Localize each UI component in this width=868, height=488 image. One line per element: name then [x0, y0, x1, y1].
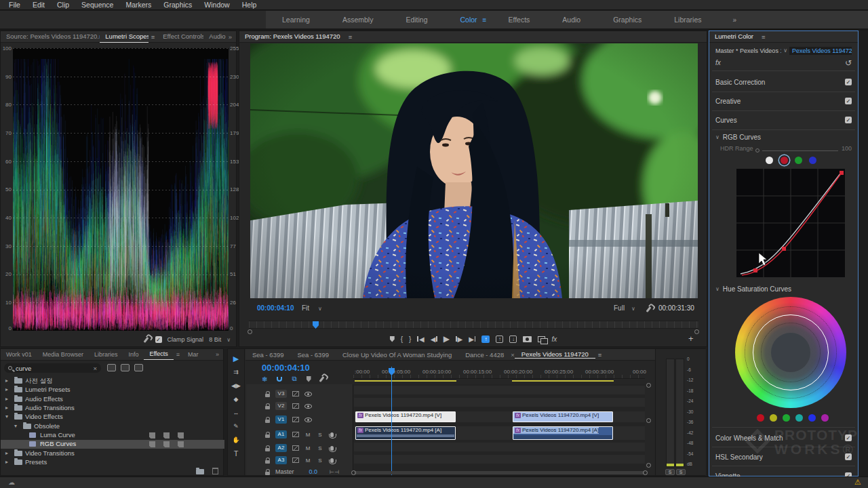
settings-wrench-icon[interactable]: [646, 306, 652, 312]
master-level-value[interactable]: 0.0: [309, 468, 318, 475]
lock-icon[interactable]: [265, 394, 270, 397]
meter-solo-right[interactable]: S: [676, 469, 686, 475]
chevron-down-icon[interactable]: ∨: [226, 337, 231, 343]
track-target-v2[interactable]: V2: [275, 402, 287, 410]
chevron-down-icon[interactable]: ∨: [715, 134, 719, 140]
tab-info[interactable]: Info: [123, 350, 144, 360]
snap-magnet-icon[interactable]: [277, 377, 282, 382]
sync-lock-icon[interactable]: [292, 458, 299, 463]
search-value[interactable]: curve: [16, 365, 31, 372]
expand-arrow-icon[interactable]: ▸: [5, 378, 8, 384]
filter-accelerated-icon[interactable]: [107, 364, 116, 371]
video-clip-2[interactable]: fxPexels Videos 1194720.mp4 [V]: [513, 411, 613, 422]
workspace-tab-assembly[interactable]: Assembly: [326, 16, 390, 24]
fx-overlay-icon[interactable]: fx: [551, 336, 557, 343]
section-checkbox[interactable]: [845, 117, 852, 123]
menu-markers[interactable]: Markers: [119, 1, 157, 9]
workspace-tab-graphics[interactable]: Graphics: [597, 16, 658, 24]
video-clip-1[interactable]: fxPexels Videos 1194720.mp4 [V]: [355, 411, 456, 422]
tab-audio[interactable]: Audio: [203, 31, 228, 42]
hue-sat-curves-header[interactable]: ∨ Hue Saturation Curves: [709, 283, 858, 294]
swatch-magenta[interactable]: [821, 414, 829, 422]
menu-edit[interactable]: Edit: [26, 1, 51, 9]
panel-menu-icon[interactable]: ≡: [595, 351, 605, 359]
section-checkbox[interactable]: [845, 453, 852, 460]
reset-effects-icon[interactable]: ↺: [845, 58, 852, 68]
workspace-tab-libraries[interactable]: Libraries: [658, 16, 717, 24]
section-creative[interactable]: Creative: [709, 92, 858, 110]
hdr-range-slider-track[interactable]: [762, 150, 838, 151]
extract-icon[interactable]: ↓: [509, 336, 517, 343]
curve-point[interactable]: [782, 247, 786, 251]
lock-icon[interactable]: [265, 420, 270, 423]
mute-button[interactable]: M: [304, 432, 311, 438]
go-to-out-icon[interactable]: ▶: [469, 336, 475, 343]
rgb-curves-header[interactable]: ∨ RGB Curves: [709, 131, 858, 142]
solo-button[interactable]: S: [317, 445, 323, 451]
play-icon[interactable]: ▶: [443, 334, 450, 344]
export-frame-icon[interactable]: [523, 336, 532, 342]
tree-item-video-effects[interactable]: ▾ Video Effects: [1, 413, 224, 422]
mark-in-icon[interactable]: {: [401, 336, 403, 343]
warning-icon[interactable]: ⚠: [854, 478, 861, 487]
filter-yuv-icon[interactable]: [134, 364, 143, 371]
lock-icon[interactable]: [265, 472, 270, 475]
tree-item-lumetri-presets[interactable]: ▸ Lumetri Presets: [1, 386, 224, 394]
lift-icon[interactable]: ↑: [496, 336, 503, 343]
program-title[interactable]: Program: Pexels Videos 1194720: [239, 31, 346, 42]
tree-item-audio-effects[interactable]: ▸ Audio Effects: [1, 395, 224, 404]
section-basic-correction[interactable]: Basic Correction: [709, 73, 858, 91]
workspace-tab-editing[interactable]: Editing: [389, 16, 443, 24]
track-target-a3[interactable]: A3: [275, 456, 287, 464]
tree-item-rgb-curves[interactable]: RGB Curves: [1, 440, 224, 449]
mute-button[interactable]: M: [304, 445, 311, 451]
lock-icon[interactable]: [265, 434, 270, 438]
zoom-handle-left[interactable]: [248, 329, 252, 334]
swatch-green[interactable]: [783, 414, 790, 422]
lumetri-title[interactable]: Lumetri Color: [709, 31, 759, 42]
track-output-eye-icon[interactable]: [304, 418, 312, 422]
chevron-down-icon[interactable]: ∨: [318, 306, 322, 312]
sync-lock-icon[interactable]: [292, 417, 299, 422]
tab-lumetri-scopes[interactable]: Lumetri Scopes: [100, 31, 148, 43]
workspace-menu-icon[interactable]: ≡: [483, 16, 487, 24]
audio-clip-2[interactable]: fxPexels Videos 1194720.mp4 [A]: [513, 426, 613, 440]
program-timecode[interactable]: 00:00:04:10: [257, 304, 294, 312]
time-ruler[interactable]: :00:00 00:00:05:00 00:00:10:00 00:00:15:…: [353, 367, 645, 379]
timeline-playhead[interactable]: [391, 367, 392, 475]
bit-depth-select[interactable]: 8 Bit: [209, 336, 221, 343]
export-icon[interactable]: ↑: [481, 336, 490, 343]
clear-search-icon[interactable]: ×: [93, 365, 97, 372]
settings-wrench-icon[interactable]: [143, 337, 149, 343]
program-scrubber[interactable]: [249, 321, 698, 329]
add-marker-icon[interactable]: [390, 336, 395, 342]
section-checkbox[interactable]: [845, 79, 852, 85]
delete-icon[interactable]: [212, 468, 218, 474]
zoom-handle-left[interactable]: [351, 470, 356, 475]
workspace-overflow-icon[interactable]: »: [733, 16, 737, 24]
sequence-tab-active[interactable]: Pexels Videos 1194720: [515, 350, 595, 359]
tab-markers[interactable]: Mar: [182, 350, 204, 360]
expand-arrow-icon[interactable]: ▸: [5, 386, 8, 392]
channel-master-dot[interactable]: [766, 157, 773, 164]
rgb-curve-editor[interactable]: [736, 169, 845, 277]
expand-arrow-icon[interactable]: ▸: [5, 459, 8, 465]
track-select-tool[interactable]: ⇉: [231, 368, 241, 377]
tab-source-clip[interactable]: Source: Pexels Videos 1194720.mp4: [1, 31, 100, 42]
effects-search-input[interactable]: curve ×: [4, 363, 101, 373]
new-bin-icon[interactable]: [196, 469, 204, 474]
track-lane-v2[interactable]: [354, 398, 645, 407]
panel-menu-icon[interactable]: ≡: [759, 33, 768, 41]
workspace-tab-learning[interactable]: Learning: [266, 16, 326, 24]
track-target-v1[interactable]: V1: [275, 415, 287, 424]
tab-effects[interactable]: Effects: [144, 349, 173, 360]
track-target-v3[interactable]: V3: [275, 390, 287, 398]
sequence-tab[interactable]: Sea - 6399: [245, 351, 290, 359]
swatch-red[interactable]: [757, 414, 764, 422]
swatch-cyan[interactable]: [795, 414, 803, 422]
sync-lock-icon[interactable]: [292, 391, 299, 396]
selection-tool[interactable]: ▶: [231, 354, 241, 363]
lock-icon[interactable]: [265, 448, 270, 451]
go-to-in-icon[interactable]: ◀: [417, 336, 424, 343]
tree-item-luma-curve[interactable]: Luma Curve: [1, 431, 224, 440]
